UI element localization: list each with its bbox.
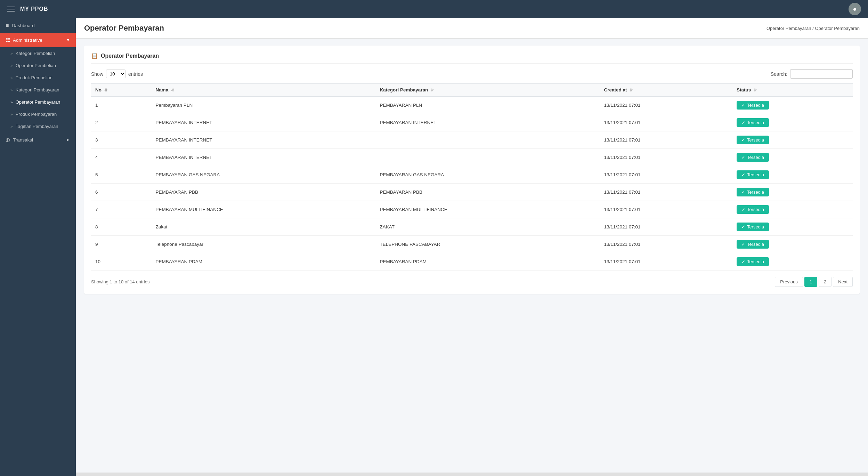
sidebar-item-administrative[interactable]: ☷ Administrative ▼ [0,33,76,47]
check-icon: ✓ [741,155,745,160]
sort-icon: ⇵ [431,88,434,92]
cell-nama: PEMBAYARAN INTERNET [152,114,376,131]
cell-nama: Zakat [152,218,376,236]
cell-no: 5 [91,166,152,184]
sidebar-item-produk-pembayaran[interactable]: » Produk Pembayaran [0,108,76,120]
cell-created-at: 13/11/2021 07:01 [600,149,732,166]
double-arrow-icon: » [10,63,13,68]
cell-status: ✓ Tersedia [732,131,853,149]
cell-status: ✓ Tersedia [732,149,853,166]
cell-nama: Telephone Pascabayar [152,236,376,253]
sidebar-item-operator-pembayaran[interactable]: » Operator Pembayaran [0,96,76,108]
cell-created-at: 13/11/2021 07:01 [600,166,732,184]
data-card: 📋 Operator Pembayaran Show 10 25 50 100 … [84,46,860,294]
cell-created-at: 13/11/2021 07:01 [600,201,732,218]
table-row: 3 PEMBAYARAN INTERNET 13/11/2021 07:01 ✓… [91,131,853,149]
page-1-button[interactable]: 1 [804,277,817,287]
sidebar-sub-label: Kategori Pembelian [16,51,55,56]
table-row: 2 PEMBAYARAN INTERNET PEMBAYARAN INTERNE… [91,114,853,131]
cell-kategori: PEMBAYARAN PLN [376,96,600,114]
check-icon: ✓ [741,120,745,125]
table-row: 10 PEMBAYARAN PDAM PEMBAYARAN PDAM 13/11… [91,253,853,271]
sort-icon: ⇵ [104,88,107,92]
double-arrow-icon: » [10,124,13,129]
double-arrow-icon: » [10,75,13,80]
sort-icon: ⇵ [754,88,757,92]
cell-nama: PEMBAYARAN INTERNET [152,131,376,149]
previous-button[interactable]: Previous [775,277,803,287]
entries-select[interactable]: 10 25 50 100 [106,70,125,78]
check-icon: ✓ [741,207,745,212]
sidebar-sub-label: Operator Pembelian [16,63,56,68]
cell-created-at: 13/11/2021 07:01 [600,114,732,131]
table-header-row: No ⇵ Nama ⇵ Kategori Pembayaran ⇵ Create… [91,84,853,97]
check-icon: ✓ [741,224,745,229]
col-created-at[interactable]: Created at ⇵ [600,84,732,97]
chevron-down-icon: ▼ [66,38,70,42]
sidebar-administrative-label: Administrative [13,38,42,43]
double-arrow-icon: » [10,100,13,105]
cell-no: 10 [91,253,152,271]
cell-no: 6 [91,184,152,201]
cell-created-at: 13/11/2021 07:01 [600,131,732,149]
table-row: 6 PEMBAYARAN PBB PEMBAYARAN PBB 13/11/20… [91,184,853,201]
check-icon: ✓ [741,242,745,247]
page-title: Operator Pembayaran [84,24,164,33]
cell-kategori [376,131,600,149]
main-layout: ■ Dashboard ☷ Administrative ▼ » Kategor… [0,18,868,476]
cell-created-at: 13/11/2021 07:01 [600,218,732,236]
col-nama[interactable]: Nama ⇵ [152,84,376,97]
sidebar-item-kategori-pembayaran[interactable]: » Kategori Pembayaran [0,84,76,96]
user-avatar[interactable]: ● [849,3,861,15]
hamburger-menu[interactable] [7,7,15,11]
page-2-button[interactable]: 2 [819,277,832,287]
sidebar-item-tagihan-pembayaran[interactable]: » Tagihan Pembayaran [0,120,76,132]
sidebar-item-kategori-pembelian[interactable]: » Kategori Pembelian [0,47,76,59]
table-row: 4 PEMBAYARAN INTERNET 13/11/2021 07:01 ✓… [91,149,853,166]
cell-kategori: PEMBAYARAN PBB [376,184,600,201]
col-status[interactable]: Status ⇵ [732,84,853,97]
status-badge: ✓ Tersedia [737,205,769,214]
check-icon: ✓ [741,137,745,143]
double-arrow-icon: » [10,112,13,117]
cell-kategori: PEMBAYARAN MULTIFINANCE [376,201,600,218]
next-button[interactable]: Next [833,277,853,287]
sidebar: ■ Dashboard ☷ Administrative ▼ » Kategor… [0,18,76,476]
col-kategori[interactable]: Kategori Pembayaran ⇵ [376,84,600,97]
breadcrumb-root: Operator Pembayaran [766,26,811,31]
check-icon: ✓ [741,172,745,177]
cell-created-at: 13/11/2021 07:01 [600,184,732,201]
sidebar-item-operator-pembelian[interactable]: » Operator Pembelian [0,59,76,72]
copy-icon: 📋 [91,53,98,59]
sidebar-item-transaksi[interactable]: ◍ Transaksi ► [0,132,76,147]
card-title-text: Operator Pembayaran [101,53,159,59]
status-badge: ✓ Tersedia [737,170,769,179]
sidebar-transaksi-label: Transaksi [13,137,33,143]
table-controls: Show 10 25 50 100 entries Search: [91,69,853,79]
col-no[interactable]: No ⇵ [91,84,152,97]
table-body: 1 Pembayaran PLN PEMBAYARAN PLN 13/11/20… [91,96,853,271]
cell-created-at: 13/11/2021 07:01 [600,236,732,253]
pagination-area: Showing 1 to 10 of 14 entries Previous 1… [91,277,853,287]
breadcrumb-current: Operator Pembayaran [815,26,860,31]
cell-nama: PEMBAYARAN MULTIFINANCE [152,201,376,218]
status-badge: ✓ Tersedia [737,240,769,249]
sidebar-sub-label: Operator Pembayaran [16,99,60,105]
cell-no: 9 [91,236,152,253]
transaksi-icon: ◍ [6,137,10,143]
breadcrumb: Operator Pembayaran / Operator Pembayara… [766,26,860,31]
sidebar-item-dashboard[interactable]: ■ Dashboard [0,18,76,33]
double-arrow-icon: » [10,88,13,92]
status-badge: ✓ Tersedia [737,136,769,144]
table-head: No ⇵ Nama ⇵ Kategori Pembayaran ⇵ Create… [91,84,853,97]
search-input[interactable] [790,69,853,79]
card-title: 📋 Operator Pembayaran [91,53,853,64]
pagination-info: Showing 1 to 10 of 14 entries [91,279,149,284]
cell-no: 3 [91,131,152,149]
cell-nama: PEMBAYARAN INTERNET [152,149,376,166]
table-row: 7 PEMBAYARAN MULTIFINANCE PEMBAYARAN MUL… [91,201,853,218]
cell-status: ✓ Tersedia [732,253,853,271]
cell-kategori [376,149,600,166]
pagination-buttons: Previous 1 2 Next [775,277,853,287]
sidebar-item-produk-pembelian[interactable]: » Produk Pembelian [0,72,76,84]
